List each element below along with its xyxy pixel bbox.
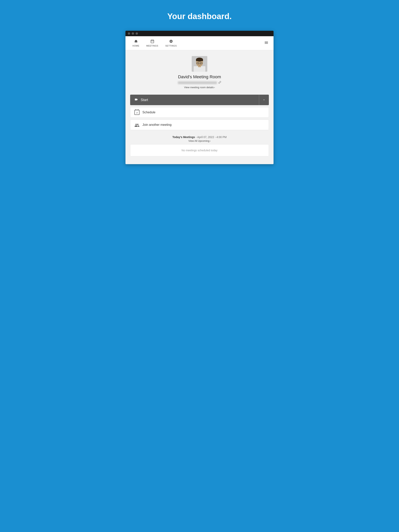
join-another-meeting-button[interactable]: Join another meeting	[130, 120, 269, 130]
app-window: HOME MEETINGS	[125, 31, 274, 164]
view-all-upcoming-link[interactable]: View All Upcoming ›	[188, 139, 211, 142]
no-meetings-text: No meetings scheduled today	[182, 149, 217, 152]
schedule-button[interactable]: 7 Schedule	[130, 107, 269, 118]
schedule-label: Schedule	[142, 111, 155, 114]
room-url-blurred	[178, 81, 217, 84]
start-button[interactable]: Start	[130, 95, 269, 105]
nav-home[interactable]: HOME	[129, 38, 142, 48]
title-bar-dot-2	[132, 32, 134, 35]
today-title: Today's Meetings - April 07, 2022 - 4:00…	[172, 136, 227, 139]
today-header: Today's Meetings - April 07, 2022 - 4:00…	[130, 136, 269, 142]
calendar-icon	[150, 39, 154, 44]
today-section: Today's Meetings - April 07, 2022 - 4:00…	[130, 136, 269, 156]
nav-meetings[interactable]: MEETINGS	[143, 38, 161, 48]
title-bar	[125, 31, 274, 36]
svg-rect-0	[151, 40, 154, 43]
main-content: David's Meeting Room View meeting room d…	[125, 50, 274, 164]
no-meetings-box: No meetings scheduled today	[130, 144, 269, 156]
nav-items: HOME MEETINGS	[129, 38, 263, 48]
start-label: Start	[141, 98, 148, 102]
profile-section: David's Meeting Room View meeting room d…	[130, 56, 269, 89]
action-buttons: Start 7 Schedule	[130, 95, 269, 130]
calendar-icon: 7	[135, 110, 140, 115]
video-camera-icon	[134, 98, 138, 102]
link-icon	[219, 81, 221, 84]
hamburger-menu-icon[interactable]	[263, 39, 270, 47]
home-icon	[134, 39, 138, 44]
nav-settings[interactable]: SETTINGS	[162, 38, 180, 48]
view-all-chevron: ›	[210, 139, 211, 142]
chevron-right-icon: ›	[214, 86, 215, 89]
view-all-label: View All Upcoming	[188, 139, 209, 142]
people-icon	[134, 123, 140, 127]
join-meeting-label: Join another meeting	[142, 123, 171, 127]
nav-settings-label: SETTINGS	[165, 44, 177, 47]
view-meeting-room-details-link[interactable]: View meeting room details ›	[184, 86, 215, 89]
start-dropdown-arrow[interactable]	[259, 99, 269, 101]
start-button-main[interactable]: Start	[130, 98, 259, 102]
schedule-icon: 7	[134, 110, 140, 115]
today-date: - April 07, 2022 - 4:00 PM	[196, 136, 227, 139]
nav-meetings-label: MEETINGS	[146, 44, 158, 47]
avatar	[192, 56, 207, 72]
nav-home-label: HOME	[133, 44, 139, 47]
view-details-label: View meeting room details	[184, 86, 214, 89]
title-bar-dot	[128, 32, 130, 35]
room-name: David's Meeting Room	[178, 74, 221, 79]
nav-bar: HOME MEETINGS	[125, 36, 274, 50]
room-url-row	[178, 81, 221, 84]
page-title: Your dashboard.	[167, 12, 232, 21]
title-bar-dot-3	[135, 32, 138, 35]
svg-rect-9	[196, 59, 203, 61]
today-title-text: Today's Meetings	[172, 136, 195, 139]
gear-icon	[169, 39, 173, 44]
